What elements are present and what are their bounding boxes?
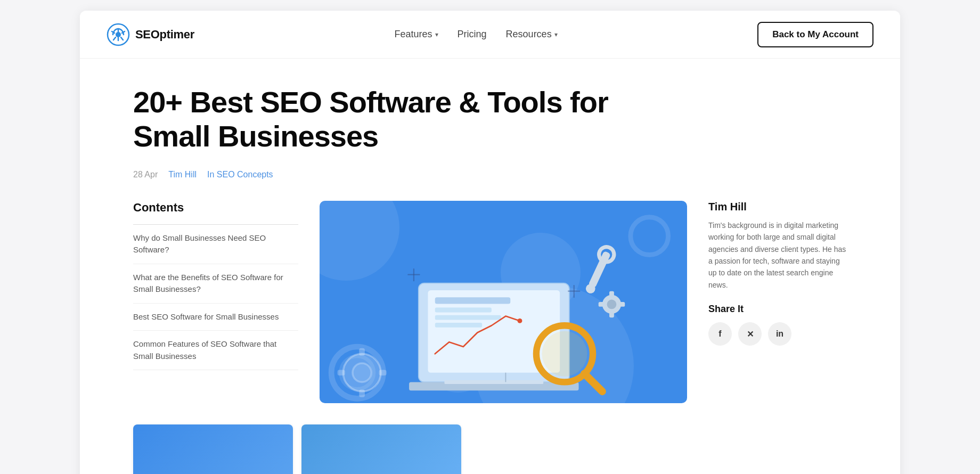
toc-item-2[interactable]: What are the Benefits of SEO Software fo… [133, 264, 298, 304]
share-title: Share It [708, 304, 847, 315]
svg-rect-25 [599, 302, 605, 307]
resources-chevron-icon: ▾ [554, 31, 558, 38]
author-sidebar: Tim Hill Tim's background is in digital … [708, 201, 847, 346]
svg-rect-9 [435, 315, 501, 320]
share-twitter-button[interactable]: ✕ [738, 322, 762, 346]
svg-rect-26 [619, 302, 625, 307]
svg-point-1 [116, 32, 121, 37]
page-container: SEOptimer Features ▾ Pricing Resources ▾… [80, 11, 900, 474]
bottom-articles: Best SEO Software for Small Businesses C… [80, 424, 900, 474]
hero-illustration [320, 201, 687, 403]
logo-area[interactable]: SEOptimer [107, 23, 194, 46]
svg-line-17 [584, 373, 602, 391]
toc-item-4[interactable]: Common Features of SEO Software that Sma… [133, 331, 298, 370]
toc-list: Why do Small Businesses Need SEO Softwar… [133, 224, 298, 371]
svg-point-11 [518, 318, 522, 323]
article-title: 20+ Best SEO Software & Tools for Small … [133, 85, 612, 154]
svg-rect-36 [379, 370, 386, 375]
svg-point-32 [353, 363, 371, 382]
author-name: Tim Hill [708, 201, 847, 213]
back-to-account-button[interactable]: Back to My Account [757, 22, 873, 47]
toc-sidebar: Contents Why do Small Businesses Need SE… [133, 201, 298, 371]
svg-rect-35 [338, 370, 345, 375]
logo-icon [107, 23, 130, 46]
header: SEOptimer Features ▾ Pricing Resources ▾… [80, 11, 900, 59]
svg-rect-24 [609, 312, 614, 317]
article-category[interactable]: In SEO Concepts [207, 170, 273, 179]
article-date: 28 Apr [133, 170, 158, 179]
svg-point-22 [607, 299, 617, 309]
features-chevron-icon: ▾ [435, 31, 438, 38]
article-author[interactable]: Tim Hill [168, 170, 197, 179]
svg-rect-33 [359, 348, 365, 355]
svg-point-4 [631, 217, 668, 255]
toc-item-1[interactable]: Why do Small Businesses Need SEO Softwar… [133, 225, 298, 264]
content-layout: Contents Why do Small Businesses Need SE… [133, 201, 847, 403]
share-buttons: f ✕ in [708, 322, 847, 346]
main-nav: Features ▾ Pricing Resources ▾ [395, 29, 558, 40]
svg-rect-10 [435, 323, 482, 328]
article-card-1[interactable]: Best SEO Software for Small Businesses [133, 424, 293, 474]
share-facebook-button[interactable]: f [708, 322, 732, 346]
share-linkedin-button[interactable]: in [768, 322, 791, 346]
logo-text: SEOptimer [135, 28, 194, 42]
nav-features[interactable]: Features ▾ [395, 29, 438, 40]
svg-rect-34 [359, 389, 365, 397]
author-bio: Tim's background is in digital marketing… [708, 219, 847, 291]
toc-title: Contents [133, 201, 298, 215]
article-card-2[interactable]: Common Features of SEO Software that Sma… [301, 424, 461, 474]
svg-rect-7 [435, 297, 511, 304]
nav-pricing[interactable]: Pricing [458, 29, 487, 40]
svg-rect-8 [435, 307, 492, 312]
article-meta: 28 Apr Tim Hill In SEO Concepts [133, 170, 847, 179]
nav-resources[interactable]: Resources ▾ [506, 29, 558, 40]
svg-point-16 [542, 331, 587, 377]
hero-image [320, 201, 687, 403]
toc-item-3[interactable]: Best SEO Software for Small Businesses [133, 304, 298, 331]
svg-rect-13 [444, 380, 543, 384]
svg-rect-23 [609, 291, 614, 297]
main-content: 20+ Best SEO Software & Tools for Small … [80, 59, 900, 424]
